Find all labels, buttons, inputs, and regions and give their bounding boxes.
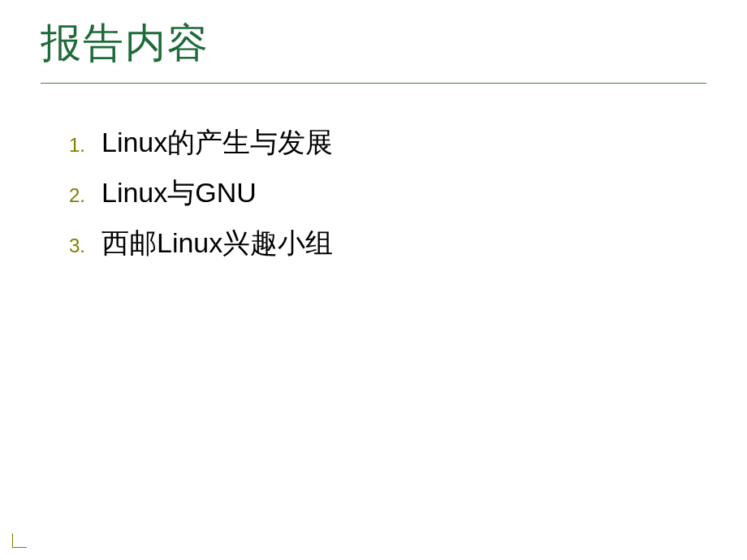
list-item: 2. Linux与GNU (69, 174, 706, 212)
title-area: 报告内容 (41, 16, 706, 84)
item-text: Linux与GNU (101, 174, 257, 212)
item-number: 1. (69, 134, 101, 157)
content-list: 1. Linux的产生与发展 2. Linux与GNU 3. 西邮Linux兴趣… (41, 124, 706, 262)
slide-container: 报告内容 1. Linux的产生与发展 2. Linux与GNU 3. 西邮Li… (0, 0, 747, 560)
list-item: 3. 西邮Linux兴趣小组 (69, 225, 706, 262)
item-number: 2. (69, 184, 101, 207)
slide-title: 报告内容 (41, 16, 706, 71)
item-text: 西邮Linux兴趣小组 (101, 225, 333, 262)
corner-decoration-icon (12, 533, 27, 548)
list-item: 1. Linux的产生与发展 (69, 124, 706, 162)
item-text: Linux的产生与发展 (101, 124, 333, 162)
item-number: 3. (69, 235, 101, 257)
